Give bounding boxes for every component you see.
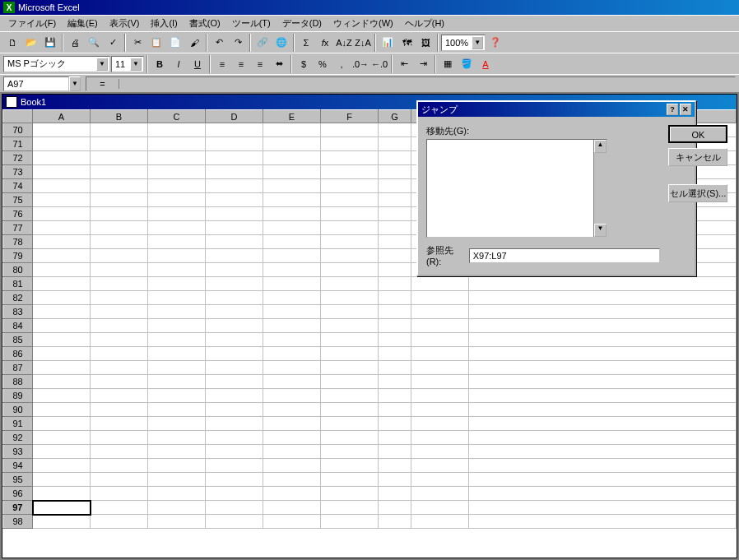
name-box[interactable]: A97 [3, 76, 69, 91]
chevron-down-icon[interactable]: ▼ [96, 58, 108, 71]
cell[interactable] [91, 445, 148, 459]
cell[interactable] [148, 333, 206, 347]
cell[interactable] [379, 431, 411, 445]
cell[interactable] [91, 221, 148, 235]
percent-icon[interactable]: % [314, 55, 332, 73]
cell[interactable] [321, 445, 379, 459]
cell[interactable] [206, 137, 263, 151]
col-header[interactable]: G [379, 110, 411, 123]
cell[interactable] [33, 221, 91, 235]
cell[interactable] [148, 137, 206, 151]
cell[interactable] [91, 375, 148, 389]
row-header[interactable]: 80 [3, 263, 33, 277]
cell[interactable] [91, 137, 148, 151]
align-right-icon[interactable]: ≡ [251, 55, 269, 73]
row-header[interactable]: 73 [3, 165, 33, 179]
cell[interactable] [206, 473, 263, 487]
row-header[interactable]: 97 [3, 501, 33, 515]
copy-icon[interactable]: 📋 [147, 34, 165, 52]
formula-input-area[interactable]: = [86, 76, 736, 91]
cell[interactable] [33, 431, 91, 445]
cell[interactable] [321, 347, 379, 361]
cell[interactable] [91, 165, 148, 179]
cell[interactable] [469, 487, 737, 501]
cell[interactable] [148, 249, 206, 263]
cell[interactable] [33, 501, 91, 515]
help-icon[interactable]: ? [667, 104, 678, 115]
cell[interactable] [148, 151, 206, 165]
menu-tools[interactable]: ツール(T) [227, 16, 276, 31]
cell[interactable] [91, 277, 148, 291]
cell[interactable] [91, 417, 148, 431]
cell[interactable] [33, 515, 91, 529]
cell[interactable] [321, 123, 379, 137]
increase-indent-icon[interactable]: ⇥ [414, 55, 432, 73]
col-header[interactable]: D [206, 110, 263, 123]
cell[interactable] [91, 501, 148, 515]
italic-icon[interactable]: I [170, 55, 188, 73]
col-header[interactable]: C [148, 110, 206, 123]
cell[interactable] [91, 319, 148, 333]
cell[interactable] [379, 501, 411, 515]
cell[interactable] [33, 235, 91, 249]
align-center-icon[interactable]: ≡ [232, 55, 250, 73]
cell[interactable] [321, 193, 379, 207]
cell[interactable] [411, 347, 469, 361]
chevron-down-icon[interactable]: ▼ [69, 76, 81, 91]
cell[interactable] [263, 137, 321, 151]
cell[interactable] [321, 277, 379, 291]
cell[interactable] [263, 487, 321, 501]
cell[interactable] [263, 179, 321, 193]
underline-icon[interactable]: U [188, 55, 207, 73]
cell[interactable] [411, 431, 469, 445]
menu-format[interactable]: 書式(O) [184, 16, 225, 31]
sort-asc-icon[interactable]: A↓Z [335, 34, 353, 52]
cell[interactable] [263, 403, 321, 417]
font-size-combo[interactable]: 11 ▼ [111, 56, 144, 72]
col-header[interactable]: A [33, 110, 91, 123]
zoom-combo[interactable]: 100% ▼ [441, 35, 486, 51]
cell[interactable] [91, 305, 148, 319]
cell[interactable] [321, 249, 379, 263]
web-toolbar-icon[interactable]: 🌐 [272, 34, 290, 52]
cell[interactable] [148, 431, 206, 445]
cell[interactable] [148, 179, 206, 193]
row-header[interactable]: 98 [3, 515, 33, 529]
font-combo[interactable]: MS Pゴシック ▼ [3, 56, 110, 72]
cell[interactable] [148, 459, 206, 473]
cell[interactable] [91, 487, 148, 501]
cell[interactable] [91, 291, 148, 305]
cell[interactable] [33, 445, 91, 459]
cell[interactable] [206, 291, 263, 305]
cell[interactable] [469, 403, 737, 417]
row-header[interactable]: 71 [3, 137, 33, 151]
cell[interactable] [33, 305, 91, 319]
cell[interactable] [33, 347, 91, 361]
row-header[interactable]: 81 [3, 277, 33, 291]
cell[interactable] [469, 515, 737, 529]
cell[interactable] [411, 473, 469, 487]
cell[interactable] [263, 445, 321, 459]
cell[interactable] [206, 501, 263, 515]
ok-button[interactable]: OK [668, 125, 727, 143]
row-header[interactable]: 94 [3, 459, 33, 473]
cell[interactable] [33, 207, 91, 221]
cell[interactable] [91, 515, 148, 529]
cell[interactable] [206, 445, 263, 459]
cell[interactable] [33, 137, 91, 151]
cell[interactable] [33, 263, 91, 277]
cell[interactable] [411, 403, 469, 417]
comma-icon[interactable]: , [332, 55, 351, 73]
cell[interactable] [148, 319, 206, 333]
cell[interactable] [148, 165, 206, 179]
cell[interactable] [148, 263, 206, 277]
cell[interactable] [33, 487, 91, 501]
redo-icon[interactable]: ↷ [229, 34, 247, 52]
cell[interactable] [263, 389, 321, 403]
cell[interactable] [379, 473, 411, 487]
row-header[interactable]: 77 [3, 221, 33, 235]
cell[interactable] [379, 263, 411, 277]
cell[interactable] [263, 123, 321, 137]
cell[interactable] [263, 473, 321, 487]
row-header[interactable]: 84 [3, 319, 33, 333]
